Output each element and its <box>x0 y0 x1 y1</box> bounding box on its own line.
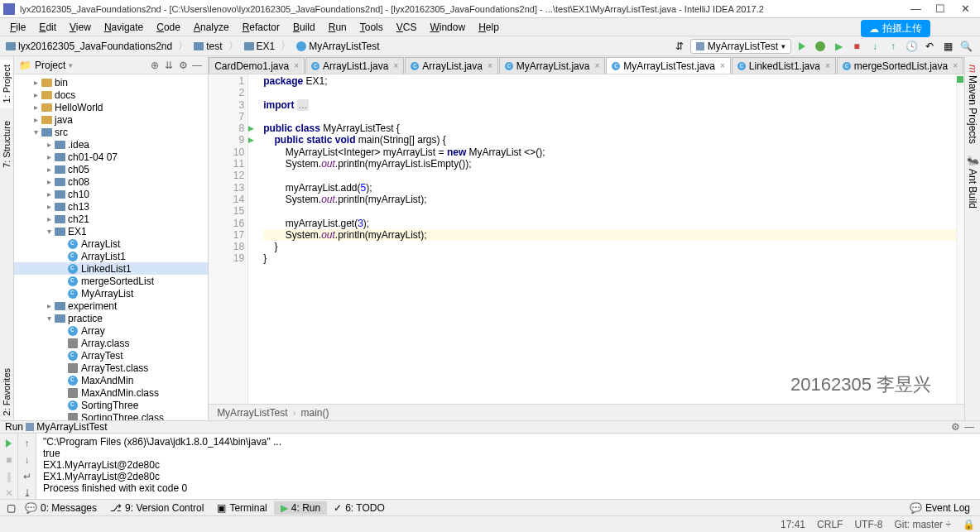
bottom-button[interactable]: ▣Terminal <box>210 501 273 515</box>
tree-item[interactable]: ▸ch13 <box>14 200 208 213</box>
settings-icon[interactable]: ⚙ <box>177 60 189 71</box>
menu-code[interactable]: Code <box>150 20 187 35</box>
menu-navigate[interactable]: Navigate <box>98 20 150 35</box>
tree-item[interactable]: SortingThree <box>14 399 208 411</box>
vcs-commit-button[interactable]: ↑ <box>886 39 901 54</box>
menu-analyze[interactable]: Analyze <box>187 20 236 35</box>
rerun-button[interactable] <box>2 437 16 450</box>
tree-item[interactable]: ▾EX1 <box>14 225 208 237</box>
tree-item[interactable]: MaxAndMin <box>14 374 208 386</box>
tree-item[interactable]: ▸ch05 <box>14 163 208 175</box>
menu-file[interactable]: File <box>3 20 32 35</box>
breadcrumb-item[interactable]: MyArrayListTest <box>294 40 382 53</box>
status-line-end[interactable]: CRLF <box>817 519 843 530</box>
lock-icon[interactable]: 🔒 <box>963 519 975 530</box>
menu-help[interactable]: Help <box>472 20 506 35</box>
revert-button[interactable]: ↶ <box>922 39 937 54</box>
sidebar-tab-ant[interactable]: 🐜Ant Build <box>965 149 980 213</box>
tree-item[interactable]: LinkedList1 <box>14 262 208 275</box>
editor-tab[interactable]: ArrayList1.java× <box>305 57 404 74</box>
editor-tab[interactable]: CardDemo1.java× <box>209 57 305 74</box>
tree-item[interactable]: ArrayTest <box>14 349 208 362</box>
coverage-button[interactable]: ▶ <box>831 39 846 54</box>
run-config-select[interactable]: MyArrayListTest ▾ <box>690 39 791 54</box>
tree-item[interactable]: ▸ch08 <box>14 175 208 188</box>
menu-run[interactable]: Run <box>322 20 353 35</box>
sidebar-tab-maven[interactable]: mMaven Projects <box>965 60 980 149</box>
editor-tab[interactable]: ArrayList.java× <box>405 57 498 74</box>
tree-item[interactable]: ArrayTest.class <box>14 362 208 374</box>
menu-tools[interactable]: Tools <box>353 20 390 35</box>
up-stack-button[interactable]: ↑ <box>21 437 34 450</box>
sidebar-tab-project[interactable]: 1: Project <box>0 60 13 108</box>
editor-tab[interactable]: MyArrayList.java× <box>499 57 606 74</box>
collapse-all-icon[interactable]: ⇊ <box>163 60 175 71</box>
bottom-button[interactable]: 💬0: Messages <box>18 501 103 515</box>
marker-strip[interactable] <box>956 74 964 404</box>
upload-button[interactable]: ☁ 拍摄上传 <box>861 20 930 37</box>
menu-edit[interactable]: Edit <box>32 20 63 35</box>
tree-item[interactable]: ▸ch21 <box>14 213 208 225</box>
vcs-update-button[interactable]: ↓ <box>867 39 882 54</box>
tree-item[interactable]: MyArrayList <box>14 287 208 300</box>
tree-item[interactable]: Array <box>14 324 208 337</box>
tree-item[interactable]: ▸docs <box>14 89 208 101</box>
tree-item[interactable]: mergeSortedList <box>14 275 208 287</box>
breadcrumb-item[interactable]: lyx20162305_JavaFoundations2nd <box>3 40 175 53</box>
close-icon[interactable]: × <box>720 61 725 70</box>
menu-view[interactable]: View <box>63 20 98 35</box>
tree-item[interactable]: ▾practice <box>14 312 208 324</box>
tree-item[interactable]: ▾src <box>14 126 208 138</box>
close-icon[interactable]: × <box>953 61 958 70</box>
tree-item[interactable]: ▸HelloWorld <box>14 101 208 113</box>
scroll-from-source-icon[interactable]: ⊕ <box>149 60 161 71</box>
menu-build[interactable]: Build <box>286 20 322 35</box>
close-icon[interactable]: × <box>488 61 492 70</box>
tree-item[interactable]: ▸java <box>14 113 208 126</box>
tree-item[interactable]: ArrayList <box>14 237 208 250</box>
tree-item[interactable]: ▸experiment <box>14 300 208 312</box>
status-enc[interactable]: UTF-8 <box>854 519 882 530</box>
minimize-button[interactable]: — <box>910 2 920 15</box>
breadcrumb-item[interactable]: test <box>191 40 224 53</box>
code-editor[interactable]: package EX1;import ...public class MyArr… <box>248 74 956 404</box>
bottom-button[interactable]: ⎇9: Version Control <box>103 501 210 515</box>
sidebar-tab-structure[interactable]: 7: Structure <box>0 116 13 173</box>
maximize-button[interactable]: ☐ <box>935 2 945 15</box>
status-git[interactable]: Git: master ÷ <box>894 519 951 530</box>
editor-tab[interactable]: LinkedList1.java× <box>732 57 836 74</box>
tree-item[interactable]: SortingThree.class <box>14 411 208 420</box>
editor-tab[interactable]: MyArrayListTest.java× <box>606 57 731 74</box>
menu-window[interactable]: Window <box>423 20 472 35</box>
menu-refactor[interactable]: Refactor <box>236 20 286 35</box>
stop-run-button[interactable]: ■ <box>2 453 16 467</box>
debug-button[interactable] <box>813 39 828 54</box>
breadcrumb-item[interactable]: EX1 <box>242 40 278 53</box>
layout-icon[interactable]: ⇵ <box>672 39 687 54</box>
menu-vcs[interactable]: VCS <box>390 20 424 35</box>
run-settings-icon[interactable]: ⚙ <box>949 421 961 433</box>
close-button[interactable]: ✕ <box>960 2 970 15</box>
close-icon[interactable]: × <box>294 61 299 70</box>
stop-button[interactable]: ■ <box>849 39 864 54</box>
tree-item[interactable]: Array.class <box>14 337 208 349</box>
event-log-button[interactable]: 💬 Event Log <box>903 501 977 515</box>
tree-item[interactable]: ▸ch10 <box>14 188 208 200</box>
close-icon[interactable]: × <box>825 61 830 70</box>
chevron-down-icon[interactable]: ▾ <box>69 61 73 69</box>
tree-item[interactable]: ▸bin <box>14 76 208 89</box>
history-button[interactable]: 🕓 <box>904 39 919 54</box>
tree-item[interactable]: ArrayList1 <box>14 250 208 262</box>
scroll-end-button[interactable]: ⤓ <box>21 486 34 500</box>
run-hide-icon[interactable]: — <box>963 421 975 433</box>
tree-item[interactable]: ▸.idea <box>14 138 208 151</box>
sidebar-tab-favorites[interactable]: 2: Favorites <box>0 363 13 420</box>
bottom-button[interactable]: ▶4: Run <box>274 501 327 515</box>
search-button[interactable]: 🔍 <box>958 39 973 54</box>
editor-tab[interactable]: mergeSortedList.java× <box>837 57 963 74</box>
down-stack-button[interactable]: ↓ <box>21 453 34 467</box>
run-button[interactable] <box>795 39 809 54</box>
gutter[interactable]: 12378▶9▶10111213141516171819 <box>209 74 248 404</box>
soft-wrap-button[interactable]: ↵ <box>21 470 34 483</box>
toolwindow-icon[interactable]: ▢ <box>3 502 18 514</box>
